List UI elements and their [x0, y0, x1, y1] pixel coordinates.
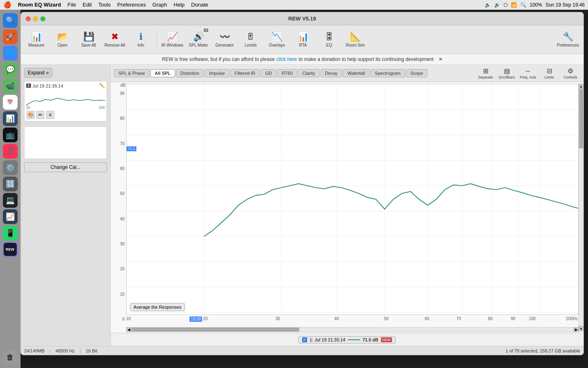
x-tick-80: 80: [488, 316, 492, 321]
main-window: REW V5.19 📊 Measure 📂 Open 💾 Save All ✖ …: [20, 12, 584, 355]
calibration-box: [24, 126, 107, 159]
scrollbars-button[interactable]: ▤ Scrollbars: [497, 67, 517, 79]
list-btn[interactable]: ≡: [46, 111, 54, 119]
menu-tools[interactable]: Tools: [98, 2, 111, 8]
menu-edit[interactable]: Edit: [82, 2, 91, 8]
freq-axis-button[interactable]: ↔ Freq. Axis: [518, 67, 538, 79]
expand-label: Expand: [28, 70, 45, 76]
dock-trash[interactable]: 🗑: [3, 350, 18, 365]
dock-finder[interactable]: 🔍: [3, 13, 18, 28]
tab-clarity[interactable]: Clarity: [298, 69, 320, 77]
controls-button[interactable]: ⚙ Controls: [561, 67, 580, 79]
dock-terminal[interactable]: 💻: [3, 193, 18, 208]
change-cal-button[interactable]: Change Cal...: [24, 162, 107, 172]
x-min: 20: [26, 105, 30, 110]
sound-icon[interactable]: 🔊: [494, 2, 500, 8]
dock-launchpad[interactable]: 🚀: [3, 29, 18, 44]
dock-music[interactable]: 🎵: [3, 144, 18, 159]
tab-gd[interactable]: GD: [261, 69, 276, 77]
apple-logo[interactable]: 🍎: [3, 1, 11, 9]
dock-system-pref[interactable]: ⚙️: [3, 160, 18, 175]
donation-close[interactable]: ✕: [439, 56, 443, 62]
rta-button[interactable]: 📊 RTA: [291, 27, 315, 52]
minimize-button[interactable]: [33, 16, 38, 21]
tab-scope[interactable]: Scope: [406, 69, 428, 77]
edit-btn[interactable]: ✏: [36, 111, 45, 119]
tab-spl-phase[interactable]: SPL & Phase: [114, 69, 149, 77]
donation-link[interactable]: click here: [276, 56, 297, 62]
generator-button[interactable]: 〰️ Generator: [212, 27, 237, 52]
remove-all-button[interactable]: ✖ Remove All: [102, 27, 127, 52]
dock-chrome[interactable]: 🌐: [3, 46, 18, 61]
levels-icon: 🎚: [246, 31, 255, 42]
spl-meter-button[interactable]: 🔊 SPL Meter 83: [186, 27, 211, 52]
tab-all-spl[interactable]: All SPL: [150, 69, 175, 77]
color-btn[interactable]: 🎨: [27, 111, 35, 119]
dock-whatsapp[interactable]: 📱: [3, 226, 18, 240]
dock-calculator[interactable]: 🔢: [3, 177, 18, 191]
y-tick-70: 70: [111, 141, 126, 146]
close-button[interactable]: [26, 16, 31, 21]
separate-button[interactable]: ⊞ Separate: [476, 67, 495, 79]
room-sim-button[interactable]: 📐 Room Sim: [343, 27, 368, 52]
scroll-thumb: [131, 328, 299, 332]
menu-donate[interactable]: Donate: [191, 2, 208, 8]
scroll-track[interactable]: [131, 327, 574, 332]
dock-activity-monitor[interactable]: 📈: [3, 209, 18, 224]
dock-messages[interactable]: 💬: [3, 62, 18, 77]
eq-button[interactable]: 🎛 EQ: [317, 27, 341, 52]
info-button[interactable]: ℹ Info: [129, 27, 153, 52]
tab-distortion[interactable]: Distortion: [176, 69, 204, 77]
ir-windows-button[interactable]: 📈 IR Windows: [160, 27, 185, 52]
bluetooth-icon[interactable]: ⬡: [503, 2, 508, 8]
wifi-icon[interactable]: 📶: [511, 2, 517, 8]
dock-rew[interactable]: REW: [3, 242, 18, 257]
preferences-button[interactable]: 🔧 Preferences: [556, 27, 580, 52]
vscroll-up-arrow[interactable]: ▲: [579, 84, 584, 89]
dock-activity[interactable]: 📊: [3, 111, 18, 126]
chart-svg: [127, 84, 578, 314]
edit-icon[interactable]: ✏️: [99, 83, 105, 88]
levels-button[interactable]: 🎚 Levels: [238, 27, 263, 52]
dock-calendar[interactable]: 📅: [3, 95, 18, 110]
y-tick-10: 10: [111, 292, 126, 296]
legend-checkbox[interactable]: [302, 337, 307, 342]
chart-grid[interactable]: 71.4: [126, 84, 579, 315]
limits-button[interactable]: ⊟ Limits: [539, 67, 559, 79]
save-all-icon: 💾: [83, 31, 94, 42]
menu-help[interactable]: Help: [174, 2, 185, 8]
tab-impulse[interactable]: Impulse: [205, 69, 229, 77]
vscroll-track[interactable]: [579, 89, 584, 326]
maximize-button[interactable]: [40, 16, 45, 21]
tab-spectrogram[interactable]: Spectrogram: [370, 69, 405, 77]
save-all-button[interactable]: 💾 Save All: [76, 27, 101, 52]
generator-label: Generator: [215, 43, 234, 47]
tab-filtered-ir[interactable]: Filtered IR: [230, 69, 260, 77]
menu-preferences[interactable]: Preferences: [117, 2, 146, 8]
dock-facetime[interactable]: 📹: [3, 79, 18, 93]
tab-waterfall[interactable]: Waterfall: [343, 69, 370, 77]
volume-icon[interactable]: 🔈: [485, 2, 491, 8]
rta-label: RTA: [299, 43, 307, 47]
open-button[interactable]: 📂 Open: [50, 27, 75, 52]
menu-graph[interactable]: Graph: [152, 2, 167, 8]
status-bit-depth: 16 Bit: [86, 348, 97, 353]
menu-file[interactable]: File: [67, 2, 76, 8]
dock-appletv[interactable]: 📺: [3, 128, 18, 142]
tab-decay[interactable]: Decay: [321, 69, 342, 77]
content: Expand » 1 Jul 19 21:35:14 ✏️ 20 200: [21, 65, 584, 346]
vscroll-down-arrow[interactable]: ▼: [579, 326, 584, 331]
search-icon[interactable]: 🔍: [520, 2, 526, 8]
measurement-item[interactable]: 1 Jul 19 21:35:14 ✏️ 20 200 🎨 ✏ ≡: [24, 81, 107, 121]
scroll-left-arrow[interactable]: ◀: [126, 327, 131, 332]
menubar: 🍎 Room EQ Wizard File Edit Tools Prefere…: [0, 0, 588, 10]
expand-button[interactable]: Expand »: [24, 68, 52, 78]
freq-axis-label: Freq. Axis: [520, 75, 536, 79]
tab-rt60[interactable]: RT60: [277, 69, 297, 77]
scroll-right-arrow[interactable]: ▶: [574, 327, 579, 332]
average-responses-button[interactable]: Average the Responses: [130, 303, 185, 311]
overlays-button[interactable]: 📉 Overlays: [265, 27, 289, 52]
eq-label: EQ: [326, 43, 332, 47]
measure-button[interactable]: 📊 Measure: [24, 27, 49, 52]
time-display: Sun 19 Sep 19:46: [546, 2, 585, 8]
